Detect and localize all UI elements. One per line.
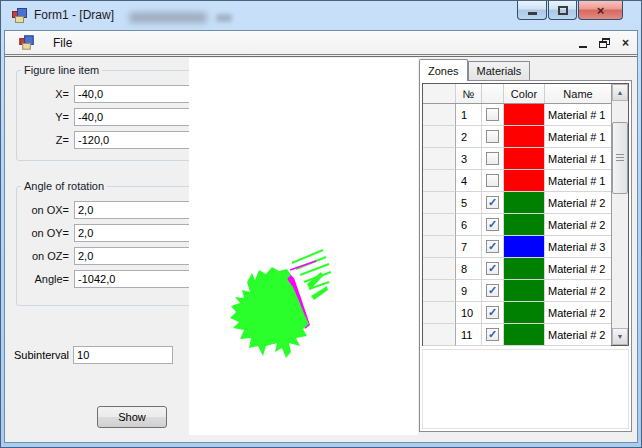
color-cell[interactable] [504,214,545,236]
table-row: 9 ✓ Material # 2 [423,280,611,302]
row-checkbox-cell[interactable] [482,170,504,192]
row-checkbox-cell[interactable] [482,104,504,126]
row-checkbox-cell[interactable]: ✓ [482,214,504,236]
tab-materials[interactable]: Materials [468,61,531,80]
row-name[interactable]: Material # 2 [545,258,611,280]
row-number[interactable]: 9 [456,280,482,302]
row-name[interactable]: Material # 2 [545,280,611,302]
header-color[interactable]: Color [504,84,545,103]
show-button[interactable]: Show [97,406,167,428]
angle-group-title: Angle of rotation [21,180,107,192]
row-number[interactable]: 10 [456,302,482,324]
row-checkbox[interactable] [486,174,499,187]
table-row: 11 ✓ Material # 2 [423,324,611,346]
row-checkbox-cell[interactable]: ✓ [482,324,504,346]
table-row: 4 Material # 1 [423,170,611,192]
grid-rows: 1 Material # 1 2 Material # 1 3 Material… [423,104,611,346]
header-checkbox[interactable] [482,84,504,103]
row-header-cell[interactable] [423,192,456,214]
header-name[interactable]: Name [545,84,611,103]
header-number[interactable]: № [456,84,482,103]
menu-item-file[interactable]: File [47,35,78,51]
on-oy-label: on OY= [19,227,69,239]
row-header-cell[interactable] [423,324,456,346]
row-name[interactable]: Material # 2 [545,192,611,214]
color-cell[interactable] [504,170,545,192]
mdi-child-icon[interactable] [19,35,34,50]
color-cell[interactable] [504,192,545,214]
row-number[interactable]: 1 [456,104,482,126]
maximize-button[interactable] [548,1,577,20]
row-checkbox-cell[interactable]: ✓ [482,236,504,258]
row-checkbox[interactable]: ✓ [486,284,499,297]
row-number[interactable]: 8 [456,258,482,280]
subinterval-input[interactable] [73,346,173,364]
row-checkbox-cell[interactable] [482,148,504,170]
close-button[interactable]: × [578,1,623,20]
row-checkbox-cell[interactable] [482,126,504,148]
row-checkbox-cell[interactable]: ✓ [482,280,504,302]
row-checkbox[interactable]: ✓ [486,262,499,275]
color-cell[interactable] [504,258,545,280]
row-checkbox[interactable] [486,152,499,165]
row-checkbox-cell[interactable]: ✓ [482,258,504,280]
row-number[interactable]: 2 [456,126,482,148]
row-header-cell[interactable] [423,236,456,258]
scroll-up-button[interactable]: ▲ [612,84,628,101]
row-checkbox[interactable]: ✓ [486,306,499,319]
row-name[interactable]: Material # 1 [545,148,611,170]
row-name[interactable]: Material # 2 [545,324,611,346]
color-cell[interactable] [504,148,545,170]
row-name[interactable]: Material # 3 [545,236,611,258]
mdi-minimize-icon[interactable] [579,46,587,48]
color-cell[interactable] [504,126,545,148]
grid-vscrollbar[interactable]: ▲ ▼ [611,84,628,345]
x-label: X= [19,88,69,100]
header-row-selector[interactable] [423,84,456,103]
color-cell[interactable] [504,104,545,126]
row-number[interactable]: 7 [456,236,482,258]
row-header-cell[interactable] [423,126,456,148]
color-cell[interactable] [504,302,545,324]
mdi-close-icon[interactable]: × [622,35,629,51]
tab-zones[interactable]: Zones [419,59,468,81]
minimize-button[interactable] [517,1,547,20]
table-row: 2 Material # 1 [423,126,611,148]
row-name[interactable]: Material # 1 [545,126,611,148]
row-checkbox[interactable]: ✓ [486,328,499,341]
row-checkbox[interactable]: ✓ [486,240,499,253]
row-header-cell[interactable] [423,170,456,192]
row-name[interactable]: Material # 1 [545,170,611,192]
table-row: 5 ✓ Material # 2 [423,192,611,214]
row-header-cell[interactable] [423,280,456,302]
row-number[interactable]: 4 [456,170,482,192]
row-checkbox-cell[interactable]: ✓ [482,302,504,324]
row-name[interactable]: Material # 2 [545,214,611,236]
row-checkbox-cell[interactable]: ✓ [482,192,504,214]
row-header-cell[interactable] [423,258,456,280]
row-number[interactable]: 3 [456,148,482,170]
row-number[interactable]: 6 [456,214,482,236]
row-checkbox[interactable] [486,108,499,121]
color-cell[interactable] [504,280,545,302]
color-cell[interactable] [504,324,545,346]
app-icon[interactable] [12,8,28,24]
row-header-cell[interactable] [423,148,456,170]
row-header-cell[interactable] [423,214,456,236]
row-number[interactable]: 11 [456,324,482,346]
row-header-cell[interactable] [423,302,456,324]
color-cell[interactable] [504,236,545,258]
grid-main: № Color Name 1 Material # 1 2 Material # [423,84,611,345]
row-checkbox[interactable] [486,130,499,143]
titlebar[interactable]: Form1 - [Draw] × [1,1,641,30]
empty-list-box[interactable] [422,349,629,429]
row-name[interactable]: Material # 2 [545,302,611,324]
scroll-down-button[interactable]: ▼ [612,328,628,345]
row-name[interactable]: Material # 1 [545,104,611,126]
mdi-restore-icon[interactable] [599,38,610,48]
row-checkbox[interactable]: ✓ [486,196,499,209]
row-checkbox[interactable]: ✓ [486,218,499,231]
row-number[interactable]: 5 [456,192,482,214]
scroll-thumb[interactable] [612,122,628,194]
row-header-cell[interactable] [423,104,456,126]
